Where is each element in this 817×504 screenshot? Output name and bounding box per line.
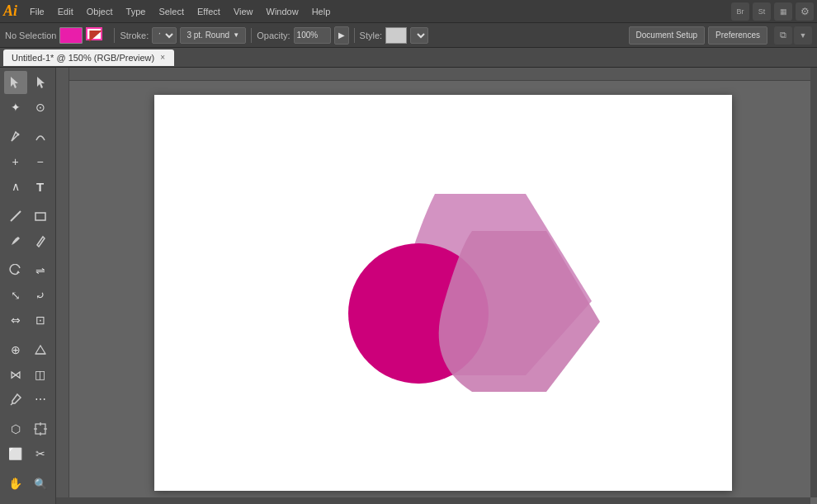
width-tool[interactable]: ⇔ bbox=[4, 309, 27, 332]
tab-title: Untitled-1* @ 150% (RGB/Preview) bbox=[12, 53, 154, 63]
document-setup-button[interactable]: Document Setup bbox=[629, 26, 706, 45]
svg-marker-1 bbox=[37, 77, 45, 88]
style-select[interactable]: ▼ bbox=[410, 27, 428, 44]
stroke-indicator[interactable] bbox=[86, 27, 109, 44]
paintbrush-tool[interactable] bbox=[4, 229, 27, 252]
artwork-svg bbox=[336, 186, 649, 417]
menu-select[interactable]: Select bbox=[153, 5, 190, 18]
svg-rect-4 bbox=[35, 213, 45, 220]
artboard bbox=[154, 95, 732, 491]
opacity-label: Opacity: bbox=[257, 31, 290, 40]
shear-tool[interactable]: ⤾ bbox=[29, 284, 52, 307]
sync-icon[interactable]: ⚙ bbox=[796, 2, 814, 21]
menu-edit[interactable]: Edit bbox=[52, 5, 79, 18]
menu-type[interactable]: Type bbox=[120, 5, 152, 18]
selection-label: No Selection bbox=[5, 31, 56, 40]
gradient-tool[interactable]: ◫ bbox=[29, 363, 52, 386]
stock-icon[interactable]: St bbox=[753, 2, 771, 21]
vertical-ruler bbox=[56, 68, 69, 504]
zoom-tool[interactable]: 🔍 bbox=[29, 472, 52, 495]
curvature-tool[interactable] bbox=[29, 125, 52, 148]
shape-builder-tool[interactable]: ⊕ bbox=[4, 338, 27, 361]
pencil-tool[interactable] bbox=[29, 229, 52, 252]
horizontal-scrollbar[interactable] bbox=[56, 497, 810, 504]
reflect-tool[interactable]: ⇌ bbox=[29, 259, 52, 282]
line-segment-tool[interactable] bbox=[4, 205, 27, 228]
main-layout: ✦ ⊙ + − ∧ T bbox=[0, 68, 817, 504]
blend-tool[interactable]: ⋯ bbox=[29, 388, 52, 411]
tab-bar: Untitled-1* @ 150% (RGB/Preview) × bbox=[0, 48, 817, 68]
opacity-input[interactable] bbox=[294, 27, 331, 44]
stroke-weight-select[interactable]: ⇅ bbox=[152, 27, 177, 44]
menu-bar: Ai File Edit Object Type Select Effect V… bbox=[0, 0, 817, 23]
fill-color-box[interactable] bbox=[59, 27, 83, 44]
ai-logo: Ai bbox=[3, 2, 17, 20]
canvas-area bbox=[56, 68, 817, 504]
selection-tool[interactable] bbox=[4, 71, 27, 94]
anchor-convert-tool[interactable]: ∧ bbox=[4, 175, 27, 198]
app-switcher-group: Br St ▦ ⚙ bbox=[731, 2, 814, 21]
stroke-label: Stroke: bbox=[120, 31, 149, 40]
svg-point-2 bbox=[17, 134, 19, 136]
scale-tool[interactable]: ⤡ bbox=[4, 284, 27, 307]
perspective-grid-tool[interactable] bbox=[29, 338, 52, 361]
rectangle-tool[interactable] bbox=[29, 205, 52, 228]
scissors-tool[interactable]: ✂ bbox=[29, 442, 52, 465]
artboard-tool[interactable] bbox=[29, 417, 52, 440]
stroke-weight-value[interactable]: 3 pt. Round ▼ bbox=[180, 27, 246, 44]
menu-effect[interactable]: Effect bbox=[191, 5, 226, 18]
opacity-options-btn[interactable]: ▶ bbox=[334, 26, 349, 45]
horizontal-ruler bbox=[56, 68, 817, 81]
rotate-tool[interactable] bbox=[4, 259, 27, 282]
add-anchor-tool[interactable]: + bbox=[4, 150, 27, 173]
style-label: Style: bbox=[360, 31, 383, 40]
lasso-tool[interactable]: ⊙ bbox=[29, 96, 52, 119]
direct-selection-tool[interactable] bbox=[29, 71, 52, 94]
divider-3 bbox=[354, 28, 355, 43]
options-bar: No Selection Stroke: ⇅ 3 pt. Round ▼ Opa… bbox=[0, 23, 817, 48]
arrange-dropdown-icon[interactable]: ▼ bbox=[794, 26, 812, 45]
mesh-tool[interactable]: ⋈ bbox=[4, 363, 27, 386]
menu-file[interactable]: File bbox=[24, 5, 50, 18]
hand-tool[interactable]: ✋ bbox=[4, 472, 27, 495]
eraser-tool[interactable]: ⬜ bbox=[4, 442, 27, 465]
layout-switcher-icon[interactable]: ▦ bbox=[774, 2, 792, 21]
tab-close-button[interactable]: × bbox=[159, 54, 166, 62]
delete-anchor-tool[interactable]: − bbox=[29, 150, 52, 173]
svg-marker-5 bbox=[17, 271, 20, 273]
document-tab[interactable]: Untitled-1* @ 150% (RGB/Preview) × bbox=[3, 49, 174, 66]
menu-object[interactable]: Object bbox=[81, 5, 119, 18]
live-paint-tool[interactable]: ⬡ bbox=[4, 417, 27, 440]
divider-2 bbox=[251, 28, 252, 43]
free-transform-tool[interactable]: ⊡ bbox=[29, 309, 52, 332]
preferences-button[interactable]: Preferences bbox=[708, 26, 767, 45]
style-thumbnail[interactable] bbox=[385, 27, 407, 44]
arrange-group: ⧉ ▼ bbox=[774, 26, 812, 45]
menu-view[interactable]: View bbox=[228, 5, 259, 18]
eyedropper-tool[interactable] bbox=[4, 388, 27, 411]
pen-tool[interactable] bbox=[4, 125, 27, 148]
bridge-icon[interactable]: Br bbox=[731, 2, 749, 21]
vertical-scrollbar[interactable] bbox=[810, 68, 817, 497]
menu-help[interactable]: Help bbox=[306, 5, 337, 18]
toolbar: ✦ ⊙ + − ∧ T bbox=[0, 68, 56, 504]
svg-line-7 bbox=[11, 403, 12, 405]
pink-arrow-overlay bbox=[439, 231, 600, 392]
magic-wand-tool[interactable]: ✦ bbox=[4, 96, 27, 119]
svg-marker-0 bbox=[11, 77, 18, 88]
arrange-icon[interactable]: ⧉ bbox=[774, 26, 792, 45]
menu-window[interactable]: Window bbox=[261, 5, 305, 18]
type-tool[interactable]: T bbox=[29, 175, 52, 198]
svg-line-3 bbox=[11, 211, 21, 221]
divider-1 bbox=[114, 28, 115, 43]
